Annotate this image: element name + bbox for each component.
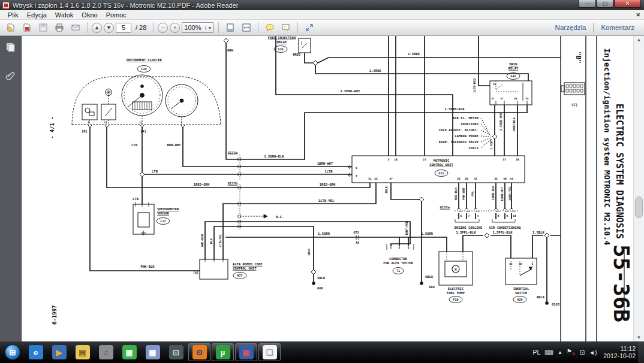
page-down-icon[interactable]: ▼ bbox=[104, 23, 114, 33]
network-icon[interactable]: ⊡ bbox=[580, 349, 585, 356]
title-bar: Wtrysk i zapłon 1.4 1.6 1.8 2.0 TS 16v -… bbox=[0, 0, 644, 10]
language-indicator[interactable]: PL bbox=[533, 349, 541, 356]
wire-label: 1LTB-RED bbox=[473, 78, 476, 93]
connector-ref: [B] bbox=[82, 129, 88, 133]
menu-item-plik[interactable]: Plik bbox=[4, 11, 23, 19]
pin-label: 25 bbox=[457, 177, 461, 180]
wire-label: LTB bbox=[152, 170, 158, 173]
start-button[interactable]: ⊞ bbox=[1, 342, 24, 362]
zoom-in-icon[interactable]: + bbox=[170, 23, 180, 33]
pin-label: 9 bbox=[507, 214, 508, 217]
hidden-icons-arrow[interactable]: ▲ bbox=[558, 350, 562, 355]
wire-label: 6BLK bbox=[425, 275, 434, 279]
clock[interactable]: 11:12 2012-10-02 bbox=[603, 345, 636, 359]
page-number-input[interactable] bbox=[116, 23, 131, 33]
single-page-icon[interactable] bbox=[223, 22, 237, 34]
pin-label: 87 bbox=[501, 97, 504, 100]
wire-label: 1.5ORN-BLK bbox=[444, 107, 465, 111]
wire-label: LTB bbox=[131, 143, 138, 147]
internet-explorer-icon: e bbox=[29, 345, 43, 359]
minimize-button[interactable]: — bbox=[579, 0, 596, 8]
open-icon[interactable] bbox=[4, 22, 18, 34]
wire-label: 2.5RED bbox=[408, 52, 420, 56]
calculator-icon[interactable]: ▦ bbox=[142, 343, 164, 361]
pin-label: 47 bbox=[389, 177, 393, 180]
media-codec-icon[interactable]: ♫ bbox=[95, 343, 117, 361]
text-annotation-icon[interactable]: T bbox=[279, 22, 293, 34]
maximize-button[interactable]: ▢ bbox=[597, 0, 613, 8]
component-label: ALFA ROMEO CODE bbox=[233, 262, 263, 266]
print-icon[interactable] bbox=[52, 22, 67, 34]
component-label: MAIN bbox=[509, 62, 517, 66]
zoom-level-dropdown[interactable]: 100%▼ bbox=[182, 22, 214, 33]
volume-icon[interactable]: ◄) bbox=[589, 349, 597, 356]
scroll-down-icon[interactable]: ▼ bbox=[635, 335, 643, 340]
wire-label: 1RED-GRN bbox=[194, 183, 210, 186]
pin-label: 42 bbox=[474, 177, 477, 180]
pdf-page[interactable]: C10S36S41S11L17M77T1P18H29 - 4/1 -6-1997… bbox=[22, 36, 633, 341]
media-player-icon[interactable]: ▶ bbox=[48, 343, 70, 361]
menu-item-widok[interactable]: Widok bbox=[51, 11, 78, 19]
component-label: SENSOR bbox=[157, 211, 170, 215]
pages-panel-icon[interactable] bbox=[4, 41, 17, 54]
wire-label: N.C. bbox=[276, 215, 284, 219]
pin-label: NC bbox=[509, 262, 513, 265]
scrollbar-thumb[interactable] bbox=[635, 196, 643, 218]
create-pdf-icon[interactable] bbox=[20, 22, 34, 34]
component-label: CONTROL UNIT bbox=[429, 163, 453, 167]
wire-label: 1RED-GRN bbox=[320, 183, 336, 186]
destination-label: IDLE ADJUST. ACTUAT. bbox=[439, 128, 479, 132]
page-total: / 28 bbox=[136, 24, 146, 31]
file-explorer-icon[interactable]: ▤ bbox=[71, 343, 94, 361]
zoom-out-icon[interactable]: − bbox=[158, 23, 168, 33]
email-icon[interactable] bbox=[68, 22, 83, 34]
tray-date: 2012-10-02 bbox=[603, 352, 636, 359]
show-desktop-button[interactable] bbox=[639, 341, 644, 363]
utorrent-icon[interactable]: µ bbox=[212, 343, 234, 361]
connector-ref: "B" bbox=[574, 52, 582, 63]
pin-label: 32 bbox=[494, 177, 498, 180]
menu-item-edycja[interactable]: Edycja bbox=[23, 11, 51, 19]
file-manager-icon[interactable]: ▣ bbox=[235, 343, 257, 361]
page-marker: - 4/1 - bbox=[49, 116, 55, 139]
document-app-icon[interactable]: ❏ bbox=[258, 343, 281, 361]
tools-button[interactable]: Narzędzia bbox=[548, 24, 594, 31]
section-title: ELECTRIC SYSTEM DIAGNOSIS bbox=[614, 104, 625, 239]
close-document-icon[interactable]: ✕ bbox=[636, 12, 640, 18]
save-icon[interactable] bbox=[36, 22, 50, 34]
pin-label: 6 bbox=[461, 214, 462, 217]
close-button[interactable]: ✕ bbox=[614, 0, 641, 8]
internet-explorer-icon[interactable]: e bbox=[25, 343, 47, 361]
fit-width-icon[interactable] bbox=[239, 22, 254, 34]
connector-label: G73 bbox=[353, 231, 359, 234]
destination-label: LAMBDA PROBE bbox=[455, 134, 479, 138]
adobe-reader-icon bbox=[2, 2, 10, 9]
wire-label: 4RED bbox=[293, 53, 301, 56]
vertical-scrollbar[interactable]: ▲ ▼ bbox=[633, 36, 644, 341]
component-label: SPEEDOMETER bbox=[157, 207, 179, 211]
attachments-panel-icon[interactable] bbox=[4, 69, 17, 83]
comment-bubble-icon[interactable] bbox=[263, 22, 277, 34]
component-label: ELECTRIC bbox=[448, 287, 464, 291]
wire-label: 1.5GRN bbox=[421, 232, 433, 235]
comments-button[interactable]: Komentarz bbox=[594, 24, 642, 31]
pin-label: 13 bbox=[104, 121, 107, 124]
wire-label: 1.5BLK bbox=[532, 231, 545, 234]
fullscreen-icon[interactable] bbox=[302, 22, 317, 34]
destination-label: EVAP. SOLENOID VALVE bbox=[439, 140, 479, 144]
action-center-flag-icon[interactable]: ⚑✕ bbox=[567, 348, 576, 356]
page-up-icon[interactable]: ▲ bbox=[92, 23, 102, 33]
menu-item-pomoc[interactable]: Pomoc bbox=[102, 11, 131, 19]
svg-text:T: T bbox=[284, 25, 287, 29]
keyboard-icon[interactable]: ⌨ bbox=[544, 349, 553, 356]
pin-label: 4 bbox=[477, 214, 479, 217]
document-workspace: C10S36S41S11L17M77T1P18H29 - 4/1 -6-1997… bbox=[0, 36, 644, 341]
firefox-icon[interactable]: ʘ bbox=[188, 343, 210, 361]
motor-symbol: M bbox=[455, 268, 456, 271]
file-explorer-icon: ▤ bbox=[76, 345, 90, 359]
menu-item-okno[interactable]: Okno bbox=[77, 11, 101, 19]
graphics-utility-icon[interactable]: ▦ bbox=[118, 343, 140, 361]
display-settings-icon[interactable]: ⊡ bbox=[165, 343, 187, 361]
document-app-icon: ❏ bbox=[263, 345, 277, 359]
scroll-up-icon[interactable]: ▲ bbox=[635, 37, 643, 43]
